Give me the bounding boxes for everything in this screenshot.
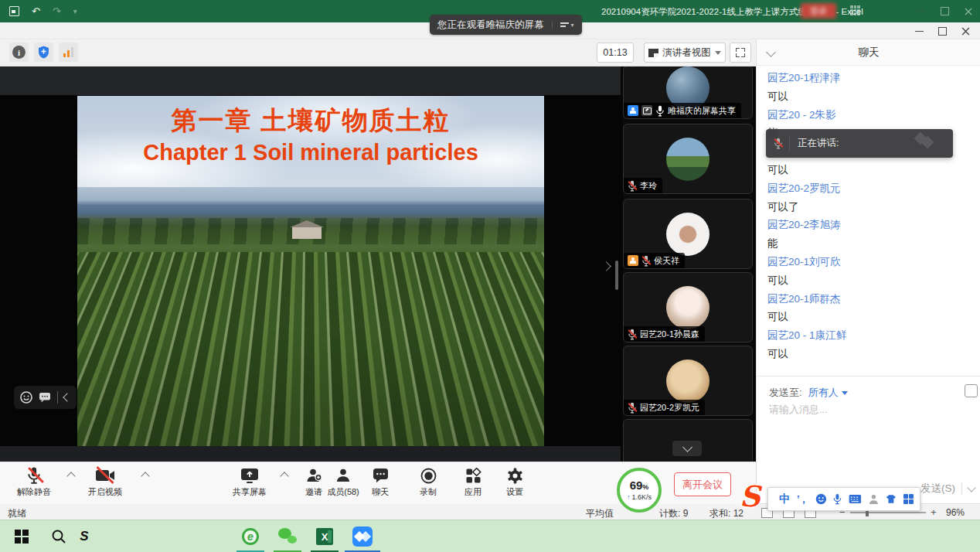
video-options-icon[interactable] bbox=[141, 472, 149, 480]
search-icon bbox=[51, 529, 66, 544]
excel-login-button[interactable]: 登录 bbox=[801, 3, 836, 19]
banner-menu-icon[interactable]: ▾ bbox=[552, 22, 574, 29]
send-button[interactable]: 发送(S) bbox=[920, 482, 955, 496]
watching-screen-banner: 您正在观看雎福庆的屏幕 ▾ bbox=[430, 15, 582, 35]
ime-voice-icon[interactable] bbox=[833, 493, 842, 505]
members-icon bbox=[335, 467, 351, 484]
emoji-picker-icon[interactable] bbox=[965, 384, 978, 397]
meeting-watermark-icon bbox=[916, 134, 933, 151]
minimize-icon[interactable] bbox=[907, 24, 931, 38]
chat-sender[interactable]: 园艺20-1刘可欣 bbox=[767, 255, 970, 274]
meeting-info-icon[interactable]: i bbox=[9, 43, 29, 62]
zoom-in-button[interactable]: + bbox=[931, 506, 937, 518]
close-icon[interactable] bbox=[954, 24, 977, 38]
unmute-button[interactable]: 解除静音 bbox=[9, 467, 59, 498]
ime-punctuation-toggle[interactable]: ’， bbox=[797, 492, 808, 506]
collapse-toolbar-icon[interactable] bbox=[63, 393, 71, 401]
share-options-icon[interactable] bbox=[280, 472, 288, 480]
taskbar-ie-browser[interactable]: e bbox=[232, 520, 269, 552]
chat-message: 可以了 bbox=[767, 200, 970, 219]
fullscreen-button[interactable] bbox=[730, 43, 751, 63]
ime-keyboard-icon[interactable] bbox=[849, 494, 862, 504]
chat-sender[interactable]: 园艺20 - 2朱影 bbox=[767, 108, 970, 127]
taskbar-wechat[interactable] bbox=[269, 520, 306, 552]
security-shield-icon[interactable] bbox=[34, 43, 53, 62]
participant-tile[interactable]: 园艺20-1孙晨森 bbox=[623, 272, 753, 342]
start-video-button[interactable]: 开启视频 bbox=[80, 467, 130, 498]
chat-message: 可以 bbox=[767, 274, 970, 292]
emoji-reaction-icon[interactable] bbox=[20, 391, 32, 404]
maximize-icon[interactable] bbox=[931, 24, 954, 38]
apps-button[interactable]: 应用 bbox=[454, 467, 492, 498]
layout-icon bbox=[648, 49, 658, 57]
taskbar-meeting[interactable] bbox=[343, 520, 382, 552]
send-options-icon[interactable] bbox=[967, 483, 975, 492]
chat-sender[interactable]: 园艺20 - 1康江鲜 bbox=[767, 329, 970, 347]
share-screen-icon bbox=[240, 467, 259, 484]
participant-name: 李玲 bbox=[640, 180, 657, 192]
redo-icon[interactable]: ↷ bbox=[53, 5, 61, 17]
chat-message: 可以 bbox=[767, 310, 970, 329]
chat-sender[interactable]: 园艺20-1程津津 bbox=[767, 71, 970, 90]
participant-tile[interactable]: 雎福庆的屏幕共享 bbox=[623, 66, 753, 119]
ime-emoji-icon[interactable] bbox=[815, 493, 827, 505]
excel-quick-access-toolbar: ↶ ↷ ▾ bbox=[9, 0, 77, 22]
expand-panel-icon[interactable] bbox=[601, 261, 611, 271]
ime-language-toggle[interactable]: 中 bbox=[779, 492, 790, 506]
save-icon[interactable] bbox=[9, 6, 19, 16]
ime-skin-icon[interactable] bbox=[886, 494, 897, 504]
mic-off-icon bbox=[628, 180, 637, 192]
vineyard-photo bbox=[77, 187, 544, 446]
send-to-dropdown[interactable]: 所有人 bbox=[808, 386, 848, 400]
undo-icon[interactable]: ↶ bbox=[32, 5, 40, 17]
settings-button[interactable]: 设置 bbox=[496, 467, 533, 498]
chat-sender[interactable]: 园艺20-1师群杰 bbox=[767, 292, 970, 311]
chat-sender[interactable]: 园艺20-2李旭涛 bbox=[767, 218, 970, 237]
participant-tile[interactable]: 李玲 bbox=[623, 124, 753, 194]
screen-share-icon bbox=[641, 105, 652, 116]
start-button[interactable] bbox=[6, 520, 37, 552]
chat-message-list[interactable]: 园艺20-1程津津 可以 园艺20 - 2朱影 能 可以 园艺20-2罗凯元 可… bbox=[757, 66, 980, 377]
collapse-tiles-button[interactable] bbox=[672, 441, 702, 456]
wechat-icon bbox=[278, 528, 297, 545]
participant-tile[interactable]: 园艺20-2罗凯元 bbox=[623, 346, 753, 416]
avatar bbox=[666, 138, 709, 181]
record-button[interactable]: 录制 bbox=[410, 467, 447, 498]
chat-bubble-icon bbox=[373, 467, 389, 484]
chat-header: 聊天 bbox=[757, 39, 980, 66]
reaction-toolbar bbox=[14, 386, 77, 409]
audio-options-icon[interactable] bbox=[66, 472, 75, 480]
participant-name: 园艺20-1孙晨森 bbox=[640, 329, 699, 340]
sogou-taskbar-icon[interactable]: S bbox=[74, 520, 94, 552]
ime-account-icon[interactable] bbox=[869, 494, 879, 505]
share-screen-button[interactable]: 共享屏幕 bbox=[224, 467, 275, 498]
zoom-percentage[interactable]: 96% bbox=[946, 507, 965, 518]
customize-toolbar-icon[interactable]: ▾ bbox=[73, 7, 77, 15]
taskbar-excel[interactable]: X bbox=[306, 520, 343, 552]
participant-name: 侯天祥 bbox=[654, 255, 679, 267]
network-signal-icon[interactable] bbox=[59, 43, 78, 62]
taskbar-search-button[interactable] bbox=[43, 520, 74, 552]
zoom-slider[interactable] bbox=[850, 512, 926, 513]
caption-chat-icon[interactable] bbox=[39, 392, 51, 403]
stage-scrollbar[interactable] bbox=[615, 261, 618, 290]
ime-toolbox-icon[interactable] bbox=[903, 494, 914, 505]
ribbon-options-icon[interactable] bbox=[850, 5, 860, 15]
leave-meeting-button[interactable]: 离开会议 bbox=[674, 472, 731, 496]
members-button[interactable]: 成员(58) bbox=[318, 467, 368, 498]
chat-sender[interactable]: 园艺20-2罗凯元 bbox=[767, 182, 970, 200]
chat-button[interactable]: 聊天 bbox=[362, 467, 399, 498]
excel-maximize-icon[interactable] bbox=[941, 7, 949, 15]
chat-message-input[interactable] bbox=[767, 403, 956, 416]
chat-message: 可以 bbox=[767, 347, 970, 366]
sogou-ime-logo[interactable]: S bbox=[740, 483, 761, 509]
screen: ↶ ↷ ▾ 20210904资环学院2021-2022-1线上教学上课方式统计.… bbox=[0, 0, 980, 552]
participant-list: 雎福庆的屏幕共享 李玲 侯天祥 bbox=[623, 66, 754, 462]
mic-off-icon bbox=[628, 329, 637, 340]
view-mode-dropdown[interactable]: 演讲者视图 bbox=[644, 43, 726, 63]
excel-close-icon[interactable] bbox=[965, 8, 972, 15]
excel-minimize-icon[interactable] bbox=[917, 11, 925, 12]
participant-tile[interactable]: 侯天祥 bbox=[623, 199, 753, 269]
network-quality-indicator[interactable]: 69% ↑1.6K/s bbox=[617, 468, 662, 513]
avatar bbox=[666, 286, 709, 329]
